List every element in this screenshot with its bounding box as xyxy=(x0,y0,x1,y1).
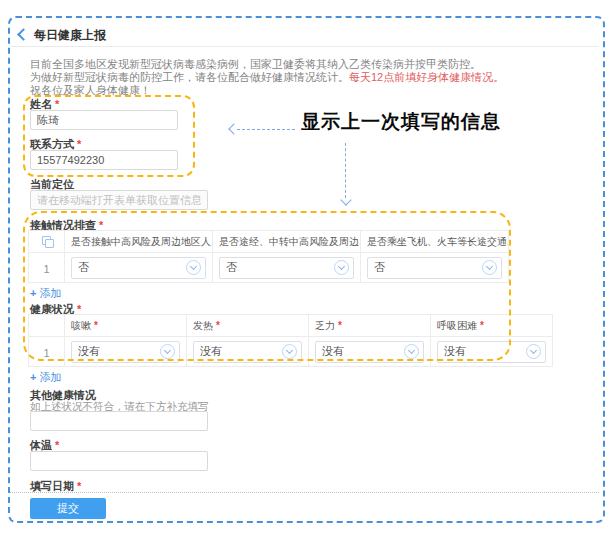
plus-icon: + xyxy=(30,371,36,383)
intro-line-2: 为做好新型冠状病毒的防控工作，请各位配合做好健康情况统计。每天12点前填好身体健… xyxy=(30,71,590,84)
highlight-box-previous-identity xyxy=(23,95,195,177)
add-health-row-button[interactable]: +添加 xyxy=(30,370,61,385)
divider xyxy=(10,492,599,493)
required-mark: * xyxy=(55,439,59,451)
intro-line-1: 目前全国多地区发现新型冠状病毒感染病例，国家卫健委将其纳入乙类传染病并按甲类防控… xyxy=(30,58,590,71)
arrow-left-line xyxy=(237,129,295,130)
highlight-box-previous-answers xyxy=(23,211,511,361)
intro-text: 目前全国多地区发现新型冠状病毒感染病例，国家卫健委将其纳入乙类传染病并按甲类防控… xyxy=(30,58,590,97)
temperature-input[interactable] xyxy=(30,451,208,471)
submit-button[interactable]: 提交 xyxy=(30,498,106,519)
page-title: 每日健康上报 xyxy=(34,27,106,44)
intro-highlight: 每天12点前填好身体健康情况。 xyxy=(349,71,504,83)
arrow-down-line xyxy=(345,143,346,198)
required-mark: * xyxy=(77,480,81,492)
other-health-input[interactable] xyxy=(30,411,208,431)
chevron-down-circle-icon[interactable] xyxy=(526,344,541,359)
location-input[interactable] xyxy=(30,190,208,210)
annotation-text: 显示上一次填写的信息 xyxy=(301,109,501,135)
